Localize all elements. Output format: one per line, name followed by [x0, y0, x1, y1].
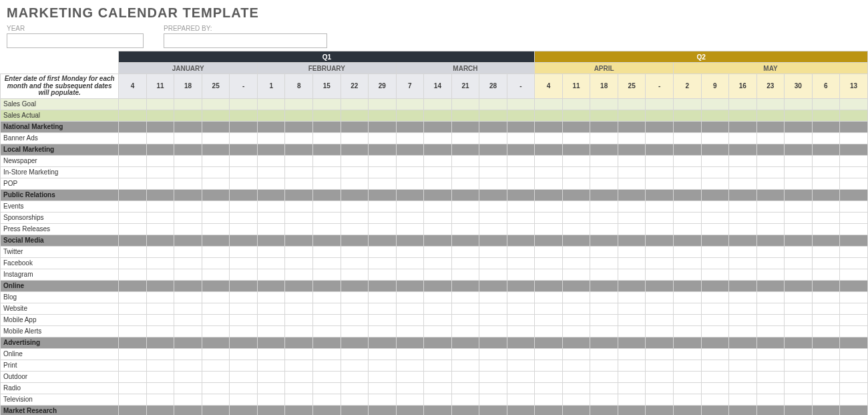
- grid-cell[interactable]: [202, 110, 230, 121]
- grid-cell[interactable]: [673, 382, 701, 394]
- grid-cell[interactable]: [785, 189, 813, 200]
- grid-cell[interactable]: [119, 235, 147, 246]
- grid-cell[interactable]: [535, 394, 563, 405]
- grid-cell[interactable]: [146, 212, 174, 223]
- grid-cell[interactable]: [701, 121, 729, 132]
- grid-cell[interactable]: [313, 121, 341, 132]
- grid-cell[interactable]: [285, 144, 313, 155]
- grid-cell[interactable]: [535, 200, 563, 212]
- grid-cell[interactable]: [424, 405, 452, 415]
- grid-cell[interactable]: [701, 382, 729, 394]
- grid-cell[interactable]: [646, 200, 674, 212]
- grid-cell[interactable]: [535, 360, 563, 371]
- grid-cell[interactable]: [174, 337, 202, 348]
- grid-cell[interactable]: [146, 132, 174, 144]
- grid-cell[interactable]: [341, 155, 369, 166]
- grid-cell[interactable]: [119, 223, 147, 235]
- grid-cell[interactable]: [479, 360, 507, 371]
- grid-cell[interactable]: [424, 325, 452, 337]
- grid-cell[interactable]: [756, 121, 785, 132]
- grid-cell[interactable]: [479, 166, 507, 178]
- grid-cell[interactable]: [729, 405, 757, 415]
- grid-cell[interactable]: [257, 200, 285, 212]
- grid-cell[interactable]: [451, 280, 479, 291]
- grid-cell[interactable]: [146, 325, 174, 337]
- grid-cell[interactable]: [479, 144, 507, 155]
- grid-cell[interactable]: [313, 382, 341, 394]
- grid-cell[interactable]: [285, 98, 313, 110]
- grid-cell[interactable]: [146, 246, 174, 257]
- grid-cell[interactable]: [840, 348, 868, 360]
- grid-cell[interactable]: [230, 189, 258, 200]
- grid-cell[interactable]: [146, 98, 174, 110]
- grid-cell[interactable]: [341, 200, 369, 212]
- grid-cell[interactable]: [562, 212, 590, 223]
- grid-cell[interactable]: [646, 360, 674, 371]
- grid-cell[interactable]: [646, 348, 674, 360]
- grid-cell[interactable]: [562, 382, 590, 394]
- grid-cell[interactable]: [785, 257, 813, 269]
- grid-cell[interactable]: [119, 303, 147, 314]
- grid-cell[interactable]: [341, 121, 369, 132]
- grid-cell[interactable]: [230, 200, 258, 212]
- grid-cell[interactable]: [396, 360, 424, 371]
- grid-cell[interactable]: [285, 110, 313, 121]
- grid-cell[interactable]: [507, 303, 535, 314]
- grid-cell[interactable]: [618, 166, 646, 178]
- grid-cell[interactable]: [146, 371, 174, 382]
- grid-cell[interactable]: [369, 223, 397, 235]
- grid-cell[interactable]: [313, 348, 341, 360]
- grid-cell[interactable]: [673, 405, 701, 415]
- grid-cell[interactable]: [451, 246, 479, 257]
- grid-cell[interactable]: [785, 394, 813, 405]
- grid-cell[interactable]: [729, 382, 757, 394]
- grid-cell[interactable]: [202, 121, 230, 132]
- grid-cell[interactable]: [369, 314, 397, 325]
- grid-cell[interactable]: [285, 360, 313, 371]
- grid-cell[interactable]: [729, 189, 757, 200]
- grid-cell[interactable]: [590, 337, 618, 348]
- grid-cell[interactable]: [756, 132, 785, 144]
- grid-cell[interactable]: [785, 178, 813, 189]
- grid-cell[interactable]: [230, 371, 258, 382]
- grid-cell[interactable]: [369, 269, 397, 280]
- grid-cell[interactable]: [257, 291, 285, 303]
- grid-cell[interactable]: [756, 257, 785, 269]
- grid-cell[interactable]: [451, 257, 479, 269]
- grid-cell[interactable]: [285, 382, 313, 394]
- grid-cell[interactable]: [174, 223, 202, 235]
- grid-cell[interactable]: [507, 121, 535, 132]
- grid-cell[interactable]: [341, 110, 369, 121]
- grid-cell[interactable]: [673, 280, 701, 291]
- grid-cell[interactable]: [119, 110, 147, 121]
- grid-cell[interactable]: [119, 394, 147, 405]
- grid-cell[interactable]: [202, 371, 230, 382]
- grid-cell[interactable]: [257, 280, 285, 291]
- grid-cell[interactable]: [369, 155, 397, 166]
- grid-cell[interactable]: [369, 212, 397, 223]
- grid-cell[interactable]: [618, 325, 646, 337]
- grid-cell[interactable]: [285, 223, 313, 235]
- grid-cell[interactable]: [701, 178, 729, 189]
- grid-cell[interactable]: [812, 360, 840, 371]
- grid-cell[interactable]: [451, 144, 479, 155]
- grid-cell[interactable]: [119, 155, 147, 166]
- grid-cell[interactable]: [230, 246, 258, 257]
- grid-cell[interactable]: [562, 394, 590, 405]
- grid-cell[interactable]: [701, 280, 729, 291]
- grid-cell[interactable]: [451, 337, 479, 348]
- grid-cell[interactable]: [230, 257, 258, 269]
- grid-cell[interactable]: [729, 371, 757, 382]
- grid-cell[interactable]: [396, 382, 424, 394]
- grid-cell[interactable]: [562, 348, 590, 360]
- grid-cell[interactable]: [313, 155, 341, 166]
- grid-cell[interactable]: [424, 110, 452, 121]
- grid-cell[interactable]: [396, 98, 424, 110]
- grid-cell[interactable]: [646, 257, 674, 269]
- grid-cell[interactable]: [313, 280, 341, 291]
- grid-cell[interactable]: [840, 325, 868, 337]
- grid-cell[interactable]: [257, 121, 285, 132]
- grid-cell[interactable]: [590, 223, 618, 235]
- grid-cell[interactable]: [424, 337, 452, 348]
- grid-cell[interactable]: [812, 110, 840, 121]
